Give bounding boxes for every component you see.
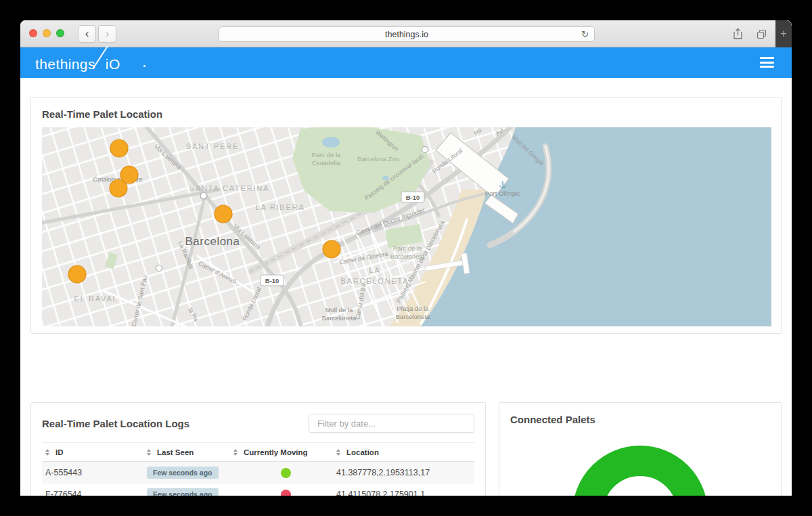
palet-map-marker[interactable] — [215, 205, 232, 223]
dashboard-content: Real-Time Palet Location — [20, 78, 792, 496]
map-label: Parc de la — [312, 151, 341, 158]
reload-icon[interactable]: ↻ — [581, 29, 589, 39]
column-header-id[interactable]: ID — [42, 448, 143, 456]
gauge-card-title: Connected Palets — [510, 414, 770, 425]
map-label: ⚓ — [499, 181, 507, 189]
logo-text-right: iO — [106, 56, 120, 72]
browser-titlebar: ‹ › thethings.io ↻ + — [20, 20, 792, 47]
zoom-window-button[interactable] — [56, 29, 64, 37]
map-label: LA RIBERA — [255, 203, 304, 211]
logo-text-left: thethings — [35, 56, 95, 72]
map-metro-icon — [422, 147, 428, 153]
sort-icon[interactable] — [147, 449, 151, 456]
browser-window: ‹ › thethings.io ↻ + — [20, 20, 792, 496]
sort-icon[interactable] — [336, 449, 340, 456]
map-pond — [322, 137, 340, 148]
map-label: Port Olímpic — [485, 190, 521, 197]
map-label: Moll de la — [325, 306, 353, 314]
column-label: Location — [346, 448, 379, 456]
map-label: BARCELONETA — [341, 277, 409, 285]
column-label: Last Seen — [157, 448, 194, 456]
moving-status-dot — [281, 490, 291, 496]
location-value: 41.4115078,2.175901,1 — [333, 490, 474, 496]
map-label: Barcelona Zoo — [357, 155, 399, 163]
logs-card-title: Real-Time Palet Location Logs — [42, 418, 189, 429]
last-seen-badge: Few seconds ago — [147, 467, 219, 479]
tabs-overview-icon[interactable] — [753, 26, 769, 42]
table-row: A-555443Few seconds ago41.387778,2.19531… — [42, 462, 474, 483]
address-bar[interactable]: thethings.io ↻ — [219, 26, 595, 42]
map-label: SANT PERE — [186, 142, 239, 150]
forward-button[interactable]: › — [98, 25, 116, 43]
map-label: Parc de la — [393, 244, 422, 252]
map-card: Real-Time Palet Location — [30, 97, 782, 334]
map-label: Barceloneta — [322, 314, 357, 322]
logs-card: Real-Time Palet Location Logs IDLast See… — [30, 402, 486, 496]
palet-map-marker[interactable] — [110, 139, 128, 157]
moving-status-dot — [281, 468, 291, 478]
app-header: thethings iO — [20, 47, 792, 78]
table-row: F-776544Few seconds ago41.4115078,2.1759… — [42, 483, 474, 496]
logo-slash-icon — [97, 53, 104, 69]
connected-palets-gauge: 0 150 — [572, 446, 708, 496]
map-label: Barceloneta — [390, 253, 425, 260]
map-label: Barcelona — [185, 235, 240, 248]
column-header-currently-moving[interactable]: Currently Moving — [230, 448, 333, 456]
url-text: thethings.io — [385, 30, 428, 39]
map-label: SANTA CATERINA — [189, 184, 269, 192]
barcelona-map[interactable]: SANT PERESANTA CATERINALA RIBERAEL RAVAL… — [42, 127, 771, 326]
palet-id: A-555443 — [42, 468, 143, 477]
gauge-ring — [572, 446, 708, 496]
new-tab-button[interactable]: + — [775, 20, 792, 47]
screenshot-frame: ‹ › thethings.io ↻ + — [0, 0, 812, 516]
back-button[interactable]: ‹ — [78, 25, 96, 43]
map-label: Ciutadella — [312, 159, 341, 167]
traffic-lights — [29, 29, 64, 37]
share-icon[interactable] — [729, 26, 746, 42]
palet-map-marker[interactable] — [68, 265, 86, 283]
road-badge-label: B-10 — [265, 277, 279, 284]
map-metro-icon — [156, 265, 162, 272]
map-label: Barceloneta — [396, 313, 430, 320]
last-seen-badge: Few seconds ago — [147, 488, 219, 496]
map-label: EL RAVAL — [74, 295, 118, 303]
column-label: ID — [55, 448, 64, 456]
palet-map-marker[interactable] — [323, 240, 340, 258]
thethings-io-logo: thethings iO — [35, 53, 120, 72]
filter-by-date-input[interactable] — [309, 414, 474, 433]
location-value: 41.387778,2.1953113,17 — [333, 468, 474, 477]
connected-palets-card: Connected Palets 0 150 — [499, 402, 782, 496]
sort-icon[interactable] — [45, 449, 49, 456]
logs-table: IDLast SeenCurrently MovingLocation A-55… — [42, 442, 474, 496]
column-header-location[interactable]: Location — [333, 448, 474, 456]
map-label: Platja de la — [397, 305, 429, 312]
map-label: LA — [369, 266, 380, 274]
palet-map-marker[interactable] — [110, 179, 127, 197]
close-window-button[interactable] — [29, 29, 37, 37]
map-card-title: Real-Time Palet Location — [42, 108, 770, 120]
menu-hamburger-icon[interactable] — [760, 57, 774, 68]
minimize-window-button[interactable] — [43, 29, 51, 37]
sort-icon[interactable] — [233, 449, 238, 456]
road-badge-label: B-10 — [406, 194, 420, 201]
palet-id: F-776544 — [42, 490, 143, 496]
column-label: Currently Moving — [244, 448, 308, 456]
map-metro-icon — [200, 192, 207, 199]
column-header-last-seen[interactable]: Last Seen — [143, 448, 230, 456]
